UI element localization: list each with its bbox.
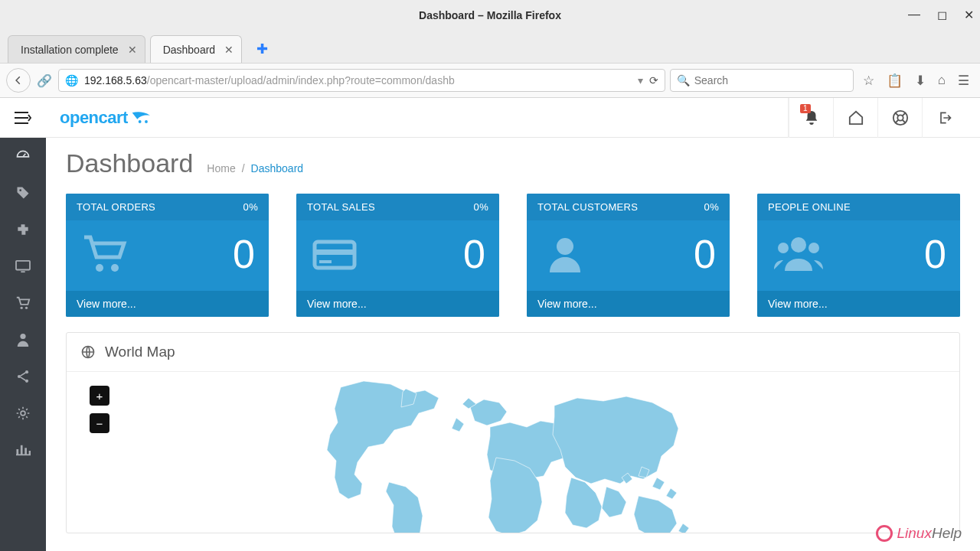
tile-percent: 0% [243, 201, 258, 213]
reload-icon[interactable]: ⟳ [649, 74, 658, 86]
search-icon: 🔍 [677, 74, 690, 86]
svg-rect-17 [319, 260, 332, 263]
cart-icon [15, 295, 31, 311]
tab-close-icon[interactable]: ✕ [128, 44, 137, 56]
svg-point-14 [111, 264, 119, 272]
svg-point-2 [21, 307, 23, 309]
svg-point-13 [96, 264, 103, 272]
gear-icon [15, 406, 31, 421]
window-title: Dashboard – Mozilla Firefox [419, 9, 561, 21]
home-icon [848, 110, 864, 126]
admin-sidebar [0, 98, 46, 551]
sidebar-item-design[interactable] [0, 248, 46, 285]
tile-view-more-link[interactable]: View more... [296, 291, 499, 317]
tab-label: Installation complete [21, 44, 119, 56]
window-close-button[interactable]: ✕ [964, 8, 974, 22]
map-zoom-in-button[interactable]: + [90, 386, 109, 406]
link-icon: 🔗 [35, 73, 54, 88]
tab-close-icon[interactable]: ✕ [224, 44, 234, 56]
storefront-button[interactable] [833, 98, 877, 138]
sidebar-item-reports[interactable] [0, 432, 46, 468]
puzzle-icon [15, 222, 31, 237]
world-map[interactable] [299, 373, 727, 533]
sidebar-toggle-button[interactable] [0, 98, 46, 138]
downloads-icon[interactable]: ⬇ [915, 73, 926, 89]
sidebar-item-dashboard[interactable] [0, 138, 46, 174]
arrow-left-icon [13, 75, 24, 86]
sidebar-item-system[interactable] [0, 395, 46, 432]
globe-icon: 🌐 [65, 74, 78, 86]
stat-tile: TOTAL SALES 0% 0 View more... [296, 194, 499, 317]
svg-point-19 [791, 237, 806, 253]
globe-icon [80, 344, 96, 360]
tile-label: PEOPLE ONLINE [768, 201, 851, 213]
tile-percent: 0% [474, 201, 488, 213]
browser-tab[interactable]: Dashboard ✕ [150, 35, 243, 63]
logout-button[interactable] [922, 98, 966, 138]
brand-logo[interactable]: opencart [60, 108, 154, 128]
new-tab-button[interactable]: ✚ [251, 38, 273, 60]
svg-point-4 [20, 334, 25, 339]
watermark-ring-icon [876, 525, 893, 542]
menu-collapse-icon [15, 112, 31, 124]
tile-icon [541, 233, 590, 276]
sidebar-item-extensions[interactable] [0, 211, 46, 248]
page-title: Dashboard [66, 148, 193, 178]
world-map-panel: World Map + − [66, 332, 960, 533]
browser-search-box[interactable]: 🔍 Search [670, 69, 854, 92]
svg-point-10 [145, 120, 148, 123]
tag-icon [15, 185, 31, 201]
home-icon[interactable]: ⌂ [938, 73, 946, 89]
lifering-icon [892, 109, 909, 126]
svg-point-9 [139, 120, 142, 123]
help-button[interactable] [877, 98, 922, 138]
browser-tab[interactable]: Installation complete ✕ [8, 35, 145, 63]
sidebar-item-sales[interactable] [0, 285, 46, 321]
menu-icon[interactable]: ☰ [958, 73, 969, 89]
tile-value: 0 [233, 234, 255, 274]
tile-view-more-link[interactable]: View more... [66, 291, 269, 317]
browser-back-button[interactable] [6, 68, 31, 93]
brand-cart-icon [131, 111, 154, 125]
logout-icon [937, 110, 952, 126]
window-titlebar: Dashboard – Mozilla Firefox — ◻ ✕ [0, 0, 980, 31]
sidebar-item-catalog[interactable] [0, 174, 46, 211]
window-maximize-button[interactable]: ◻ [937, 8, 947, 22]
brand-text: opencart [60, 108, 128, 128]
tile-percent: 0% [704, 201, 719, 213]
stat-tile: PEOPLE ONLINE 0 View more... [757, 194, 960, 317]
bookmark-star-icon[interactable]: ☆ [863, 73, 874, 89]
tile-icon [80, 233, 129, 276]
tile-label: TOTAL CUSTOMERS [537, 201, 638, 213]
sidebar-item-marketing[interactable] [0, 358, 46, 395]
svg-point-18 [557, 238, 573, 255]
tile-value: 0 [463, 234, 485, 274]
svg-point-20 [778, 243, 789, 253]
tile-view-more-link[interactable]: View more... [757, 291, 960, 317]
browser-tab-strip: Installation complete ✕ Dashboard ✕ ✚ [0, 31, 980, 63]
tile-view-more-link[interactable]: View more... [527, 291, 730, 317]
dashboard-icon [15, 148, 31, 164]
stat-tile: TOTAL ORDERS 0% 0 View more... [66, 194, 269, 317]
tile-icon [310, 233, 359, 276]
breadcrumb: Home / Dashboard [207, 162, 303, 174]
notifications-button[interactable]: 1 [789, 98, 833, 138]
dropdown-icon[interactable]: ▾ [638, 74, 643, 86]
url-bar[interactable]: 🌐 192.168.5.63/opencart-master/upload/ad… [58, 69, 665, 92]
svg-point-12 [897, 115, 903, 120]
panel-title: World Map [105, 344, 175, 360]
svg-point-0 [19, 189, 21, 191]
svg-point-8 [21, 411, 25, 416]
search-placeholder: Search [694, 74, 728, 86]
window-minimize-button[interactable]: — [908, 8, 920, 22]
tile-value: 0 [694, 234, 716, 274]
map-zoom-out-button[interactable]: − [90, 413, 109, 433]
watermark: LinuxHelp [876, 525, 962, 542]
bar-chart-icon [15, 443, 31, 457]
sidebar-item-customers[interactable] [0, 321, 46, 358]
monitor-icon [15, 259, 31, 273]
breadcrumb-current[interactable]: Dashboard [251, 162, 304, 174]
tile-label: TOTAL ORDERS [77, 201, 155, 213]
breadcrumb-home[interactable]: Home [207, 162, 235, 174]
clipboard-icon[interactable]: 📋 [887, 73, 903, 89]
